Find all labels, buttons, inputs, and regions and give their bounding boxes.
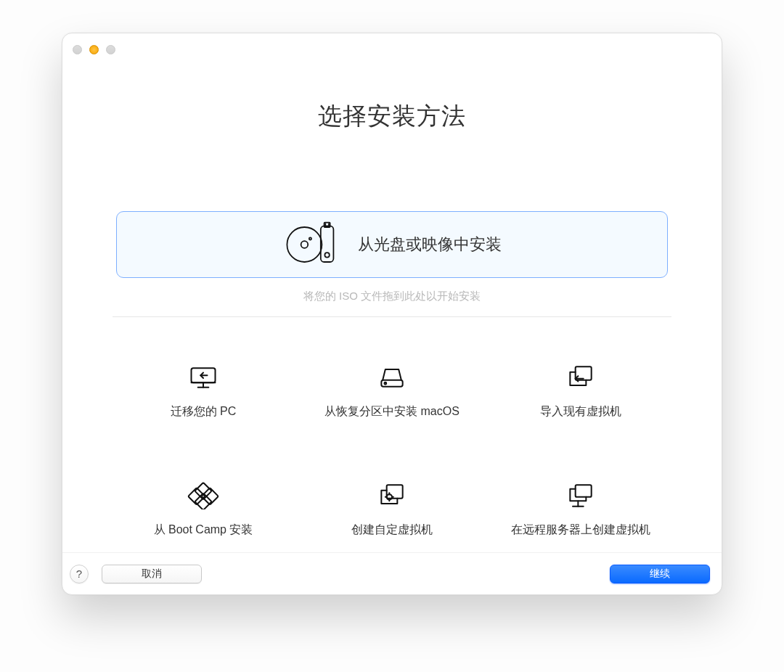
maximize-icon[interactable] xyxy=(106,45,115,54)
svg-rect-25 xyxy=(576,485,592,497)
option-migrate-pc[interactable]: 迁移您的 PC xyxy=(165,361,242,422)
svg-rect-16 xyxy=(195,493,211,509)
cancel-button[interactable]: 取消 xyxy=(102,565,202,583)
import-vm-icon xyxy=(565,364,597,391)
minimize-icon[interactable] xyxy=(89,45,99,54)
option-bootcamp-install[interactable]: 从 Boot Camp 安装 xyxy=(148,479,259,541)
svg-rect-3 xyxy=(321,226,334,262)
iso-drop-hint: 将您的 ISO 文件拖到此处以开始安装 xyxy=(303,290,481,303)
option-recovery-install[interactable]: 从恢复分区中安装 macOS xyxy=(319,361,465,422)
option-bootcamp-install-label: 从 Boot Camp 安装 xyxy=(154,523,253,538)
svg-point-7 xyxy=(324,253,329,257)
option-create-custom-vm-label: 创建自定虚拟机 xyxy=(351,523,433,538)
close-icon[interactable] xyxy=(73,45,82,54)
option-import-vm-label: 导入现有虚拟机 xyxy=(540,404,621,419)
separator xyxy=(113,316,671,317)
svg-point-0 xyxy=(287,227,322,262)
option-migrate-pc-label: 迁移您的 PC xyxy=(171,404,237,419)
option-recovery-install-label: 从恢复分区中安装 macOS xyxy=(324,404,460,419)
remote-server-icon xyxy=(565,482,597,509)
svg-point-1 xyxy=(301,241,309,248)
option-create-custom-vm[interactable]: 创建自定虚拟机 xyxy=(346,479,438,541)
continue-button[interactable]: 继续 xyxy=(610,565,710,583)
help-button[interactable]: ? xyxy=(70,565,89,583)
option-install-from-disc-image[interactable]: 从光盘或映像中安装 xyxy=(116,211,668,278)
options-grid: 迁移您的 PC 从恢复分区中安装 macOS xyxy=(113,361,671,541)
content-area: 选择安装方法 从光盘或映像中安装 将您的 ISO 文件拖到此处以开始安装 xyxy=(62,58,722,552)
install-method-window: 选择安装方法 从光盘或映像中安装 将您的 ISO 文件拖到此处以开始安装 xyxy=(62,33,722,595)
disc-usb-icon xyxy=(282,221,340,268)
footer: ? 取消 继续 xyxy=(62,552,722,594)
option-import-vm[interactable]: 导入现有虚拟机 xyxy=(534,361,627,422)
option-install-from-disc-image-label: 从光盘或映像中安装 xyxy=(358,234,502,255)
migrate-pc-icon xyxy=(187,364,219,391)
window-titlebar xyxy=(62,33,722,58)
svg-rect-15 xyxy=(195,483,211,499)
hard-drive-icon xyxy=(376,364,408,391)
svg-rect-19 xyxy=(387,485,403,498)
option-remote-server-vm[interactable]: 在远程服务器上创建虚拟机 xyxy=(505,479,656,541)
bootcamp-icon xyxy=(187,482,219,509)
svg-point-13 xyxy=(384,382,386,385)
page-title: 选择安装方法 xyxy=(318,100,466,133)
custom-vm-icon xyxy=(376,482,408,509)
option-remote-server-vm-label: 在远程服务器上创建虚拟机 xyxy=(511,523,650,538)
svg-point-2 xyxy=(309,237,311,239)
